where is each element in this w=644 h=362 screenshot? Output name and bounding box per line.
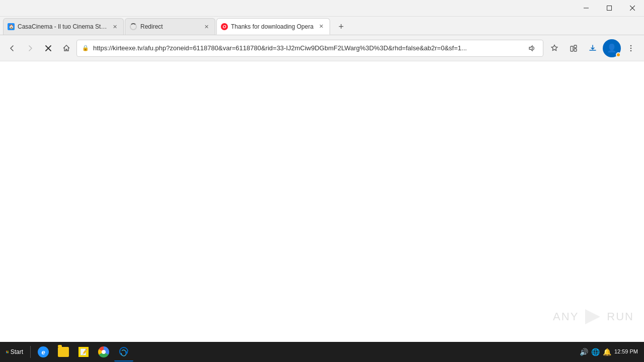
new-tab-button[interactable]: + bbox=[333, 20, 349, 34]
taskbar-edge[interactable] bbox=[114, 342, 133, 361]
tab-redirect[interactable]: Redirect ✕ bbox=[125, 18, 215, 35]
tab-opera-close[interactable]: ✕ bbox=[316, 22, 326, 31]
forward-button[interactable] bbox=[22, 40, 38, 56]
svg-point-10 bbox=[630, 47, 632, 49]
anyrun-watermark: ANY RUN bbox=[553, 307, 634, 327]
back-button[interactable] bbox=[4, 40, 20, 56]
tab-opera[interactable]: O Thanks for downloading Opera ✕ bbox=[216, 18, 330, 35]
svg-marker-12 bbox=[585, 309, 600, 324]
watermark-text-run: RUN bbox=[607, 310, 634, 323]
sticky-icon: 📝 bbox=[78, 347, 89, 357]
tab-casacinema-title: CasaCinema - Il tuo Cinema Stre... bbox=[18, 23, 107, 30]
tab-bar: 🏠 CasaCinema - Il tuo Cinema Stre... ✕ R… bbox=[0, 17, 644, 35]
taskbar: Start e 📝 🔊 🌐 🔔 12:59 PM bbox=[0, 342, 644, 362]
tabs-container: 🏠 CasaCinema - Il tuo Cinema Stre... ✕ R… bbox=[3, 16, 644, 35]
redirect-favicon bbox=[129, 23, 137, 31]
minimize-button[interactable] bbox=[575, 0, 598, 17]
svg-rect-8 bbox=[574, 49, 577, 51]
svg-point-11 bbox=[630, 50, 632, 51]
start-button[interactable]: Start bbox=[2, 342, 27, 361]
edge-icon bbox=[118, 346, 129, 357]
taskbar-separator-1 bbox=[30, 346, 31, 358]
folder-icon bbox=[58, 347, 69, 357]
read-aloud-icon[interactable] bbox=[526, 42, 538, 54]
svg-rect-15 bbox=[6, 352, 7, 353]
profile-icon: 👤 bbox=[607, 43, 617, 53]
tab-casacinema-close[interactable]: ✕ bbox=[110, 22, 119, 31]
lock-icon: 🔒 bbox=[82, 45, 89, 51]
tab-opera-title: Thanks for downloading Opera bbox=[231, 23, 313, 30]
taskbar-ie[interactable]: e bbox=[34, 342, 53, 361]
maximize-button[interactable] bbox=[598, 0, 621, 17]
home-button[interactable] bbox=[58, 40, 74, 56]
settings-more-button[interactable] bbox=[622, 39, 640, 57]
ie-icon: e bbox=[38, 346, 49, 357]
svg-rect-13 bbox=[6, 351, 7, 352]
svg-rect-6 bbox=[571, 46, 573, 51]
add-to-favorites-button[interactable] bbox=[545, 39, 564, 57]
close-button[interactable] bbox=[621, 0, 644, 17]
start-label: Start bbox=[11, 348, 23, 355]
tab-redirect-title: Redirect bbox=[140, 23, 199, 30]
svg-point-9 bbox=[630, 45, 632, 46]
url-text: https://kirteexe.tv/afu.php?zoneid=61187… bbox=[93, 44, 522, 52]
anyrun-logo-icon bbox=[583, 307, 603, 327]
toolbar-right: 👤 bbox=[545, 39, 640, 57]
casacinema-favicon: 🏠 bbox=[8, 23, 15, 30]
stop-button[interactable] bbox=[40, 40, 56, 56]
taskbar-chrome[interactable] bbox=[94, 342, 113, 361]
taskbar-tray: 🔊 🌐 🔔 12:59 PM bbox=[576, 342, 642, 361]
notification-icon[interactable]: 🔔 bbox=[603, 348, 611, 356]
svg-rect-7 bbox=[574, 45, 577, 48]
window-controls bbox=[575, 0, 644, 17]
collections-button[interactable] bbox=[565, 39, 583, 57]
address-bar: 🔒 https://kirteexe.tv/afu.php?zoneid=611… bbox=[0, 35, 644, 61]
watermark-text-any: ANY bbox=[553, 310, 579, 323]
tab-redirect-close[interactable]: ✕ bbox=[202, 22, 211, 31]
profile-notification-dot bbox=[616, 52, 621, 57]
page-content: ANY RUN bbox=[0, 61, 644, 342]
svg-rect-0 bbox=[584, 8, 589, 9]
taskbar-time[interactable]: 12:59 PM bbox=[614, 348, 638, 355]
chrome-icon bbox=[98, 346, 109, 357]
opera-favicon: O bbox=[221, 23, 228, 30]
svg-rect-1 bbox=[607, 6, 612, 11]
taskbar-sticky-notes[interactable]: 📝 bbox=[74, 342, 93, 361]
profile-button[interactable]: 👤 bbox=[603, 39, 621, 57]
svg-rect-14 bbox=[8, 351, 9, 352]
volume-icon[interactable]: 🔊 bbox=[580, 348, 588, 356]
svg-rect-16 bbox=[8, 352, 9, 353]
downloads-button[interactable] bbox=[584, 39, 602, 57]
tab-casacinema[interactable]: 🏠 CasaCinema - Il tuo Cinema Stre... ✕ bbox=[3, 18, 124, 35]
url-bar[interactable]: 🔒 https://kirteexe.tv/afu.php?zoneid=611… bbox=[76, 40, 543, 57]
network-icon[interactable]: 🌐 bbox=[591, 348, 600, 356]
taskbar-file-explorer[interactable] bbox=[54, 342, 73, 361]
title-bar bbox=[0, 0, 644, 17]
